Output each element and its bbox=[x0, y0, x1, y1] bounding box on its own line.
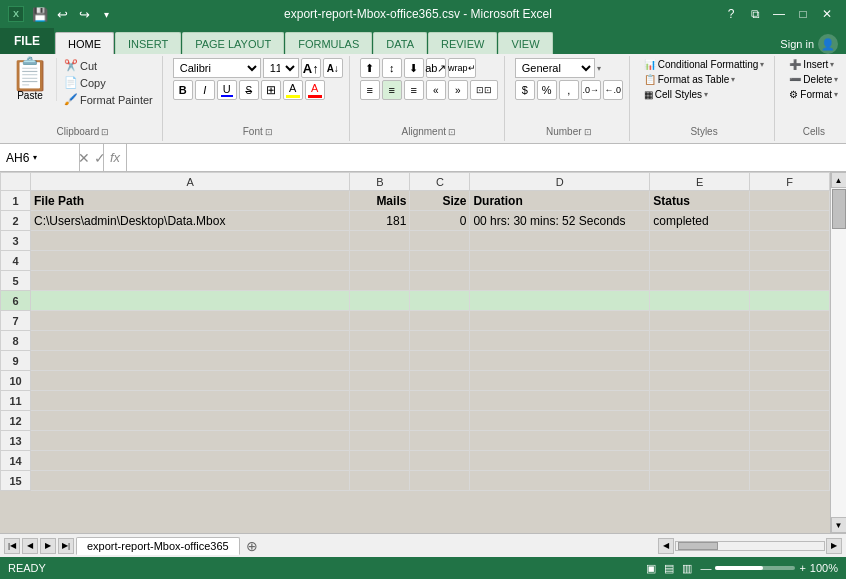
add-sheet-button[interactable]: ⊕ bbox=[242, 536, 262, 556]
signin-area[interactable]: Sign in 👤 bbox=[780, 34, 846, 54]
align-left-button[interactable]: ≡ bbox=[360, 80, 380, 100]
cell-e10[interactable] bbox=[650, 371, 750, 391]
font-color-button[interactable]: A bbox=[305, 80, 325, 100]
cell-e12[interactable] bbox=[650, 411, 750, 431]
hscroll-track[interactable] bbox=[675, 541, 825, 551]
percent-button[interactable]: % bbox=[537, 80, 557, 100]
col-header-a[interactable]: A bbox=[31, 173, 350, 191]
qat-more-button[interactable]: ▾ bbox=[96, 4, 116, 24]
cell-d5[interactable] bbox=[470, 271, 650, 291]
cell-a2[interactable]: C:\Users\admin\Desktop\Data.Mbox bbox=[31, 211, 350, 231]
merge-button[interactable]: ⊡⊡ bbox=[470, 80, 498, 100]
cell-e2[interactable]: completed bbox=[650, 211, 750, 231]
cell-d1[interactable]: Duration bbox=[470, 191, 650, 211]
italic-button[interactable]: I bbox=[195, 80, 215, 100]
cell-f4[interactable] bbox=[750, 251, 830, 271]
scroll-track[interactable] bbox=[831, 188, 846, 517]
tab-home[interactable]: HOME bbox=[55, 32, 114, 54]
alignment-expand-icon[interactable]: ⊡ bbox=[448, 127, 456, 137]
currency-button[interactable]: $ bbox=[515, 80, 535, 100]
cell-e13[interactable] bbox=[650, 431, 750, 451]
cell-b7[interactable] bbox=[350, 311, 410, 331]
cell-e8[interactable] bbox=[650, 331, 750, 351]
cell-b2[interactable]: 181 bbox=[350, 211, 410, 231]
col-header-b[interactable]: B bbox=[350, 173, 410, 191]
restore-button[interactable]: ⧉ bbox=[744, 4, 766, 24]
hscroll-right-button[interactable]: ▶ bbox=[826, 538, 842, 554]
cell-b8[interactable] bbox=[350, 331, 410, 351]
name-box[interactable]: AH6 ▾ bbox=[0, 144, 80, 171]
col-header-d[interactable]: D bbox=[470, 173, 650, 191]
cell-b1[interactable]: Mails bbox=[350, 191, 410, 211]
cell-a13[interactable] bbox=[31, 431, 350, 451]
zoom-slider[interactable] bbox=[715, 566, 795, 570]
cell-e14[interactable] bbox=[650, 451, 750, 471]
cell-d7[interactable] bbox=[470, 311, 650, 331]
cell-e5[interactable] bbox=[650, 271, 750, 291]
maximize-button[interactable]: □ bbox=[792, 4, 814, 24]
cell-b11[interactable] bbox=[350, 391, 410, 411]
tab-review[interactable]: REVIEW bbox=[428, 32, 497, 54]
comma-button[interactable]: , bbox=[559, 80, 579, 100]
cell-f1[interactable] bbox=[750, 191, 830, 211]
cell-e7[interactable] bbox=[650, 311, 750, 331]
row-header-9[interactable]: 9 bbox=[1, 351, 31, 371]
format-button[interactable]: ⚙ Format ▾ bbox=[785, 88, 842, 101]
cell-b3[interactable] bbox=[350, 231, 410, 251]
row-header-11[interactable]: 11 bbox=[1, 391, 31, 411]
bold-button[interactable]: B bbox=[173, 80, 193, 100]
cell-f7[interactable] bbox=[750, 311, 830, 331]
col-header-c[interactable]: C bbox=[410, 173, 470, 191]
cell-d10[interactable] bbox=[470, 371, 650, 391]
cell-d13[interactable] bbox=[470, 431, 650, 451]
cell-e9[interactable] bbox=[650, 351, 750, 371]
cell-d9[interactable] bbox=[470, 351, 650, 371]
cell-b5[interactable] bbox=[350, 271, 410, 291]
align-center-button[interactable]: ≡ bbox=[382, 80, 402, 100]
row-header-1[interactable]: 1 bbox=[1, 191, 31, 211]
cell-a5[interactable] bbox=[31, 271, 350, 291]
cell-b12[interactable] bbox=[350, 411, 410, 431]
cell-c2[interactable]: 0 bbox=[410, 211, 470, 231]
cancel-formula-icon[interactable]: ✕ bbox=[78, 150, 90, 166]
view-normal-button[interactable]: ▣ bbox=[646, 562, 656, 575]
cell-f15[interactable] bbox=[750, 471, 830, 491]
scroll-thumb[interactable] bbox=[832, 189, 846, 229]
format-as-table-button[interactable]: 📋 Format as Table ▾ bbox=[640, 73, 740, 86]
borders-button[interactable]: ⊞ bbox=[261, 80, 281, 100]
tab-file[interactable]: FILE bbox=[0, 28, 54, 54]
tab-insert[interactable]: INSERT bbox=[115, 32, 181, 54]
cell-d14[interactable] bbox=[470, 451, 650, 471]
cell-a7[interactable] bbox=[31, 311, 350, 331]
increase-decimal-button[interactable]: .0→ bbox=[581, 80, 601, 100]
cell-b14[interactable] bbox=[350, 451, 410, 471]
tab-formulas[interactable]: FORMULAS bbox=[285, 32, 372, 54]
cell-c4[interactable] bbox=[410, 251, 470, 271]
help-button[interactable]: ? bbox=[720, 4, 742, 24]
zoom-in-button[interactable]: + bbox=[799, 562, 805, 574]
cell-b9[interactable] bbox=[350, 351, 410, 371]
cell-e1[interactable]: Status bbox=[650, 191, 750, 211]
tab-data[interactable]: DATA bbox=[373, 32, 427, 54]
cell-d6[interactable] bbox=[470, 291, 650, 311]
conditional-formatting-button[interactable]: 📊 Conditional Formatting ▾ bbox=[640, 58, 769, 71]
view-page-button[interactable]: ▥ bbox=[682, 562, 692, 575]
cell-c7[interactable] bbox=[410, 311, 470, 331]
align-bottom-button[interactable]: ⬇ bbox=[404, 58, 424, 78]
row-header-8[interactable]: 8 bbox=[1, 331, 31, 351]
cell-c1[interactable]: Size bbox=[410, 191, 470, 211]
cell-f3[interactable] bbox=[750, 231, 830, 251]
cell-d8[interactable] bbox=[470, 331, 650, 351]
cell-c6[interactable] bbox=[410, 291, 470, 311]
font-expand-icon[interactable]: ⊡ bbox=[265, 127, 273, 137]
fill-color-button[interactable]: A bbox=[283, 80, 303, 100]
sheet-last-button[interactable]: ▶| bbox=[58, 538, 74, 554]
cell-a12[interactable] bbox=[31, 411, 350, 431]
align-middle-button[interactable]: ↕ bbox=[382, 58, 402, 78]
scroll-up-button[interactable]: ▲ bbox=[831, 172, 847, 188]
decrease-decimal-button[interactable]: ←.0 bbox=[603, 80, 623, 100]
undo-button[interactable]: ↩ bbox=[52, 4, 72, 24]
hscroll-left-button[interactable]: ◀ bbox=[658, 538, 674, 554]
close-button[interactable]: ✕ bbox=[816, 4, 838, 24]
row-header-10[interactable]: 10 bbox=[1, 371, 31, 391]
